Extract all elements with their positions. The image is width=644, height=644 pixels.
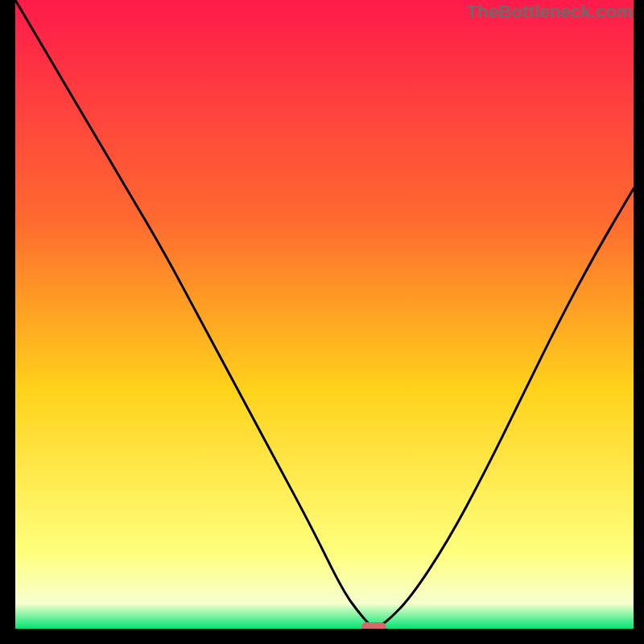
optimal-marker [361,622,386,629]
chart-frame: TheBottleneck.com [0,0,644,644]
gradient-background [15,0,634,629]
plot-area [15,0,634,629]
bottleneck-chart [15,0,634,629]
watermark-text: TheBottleneck.com [467,2,633,23]
